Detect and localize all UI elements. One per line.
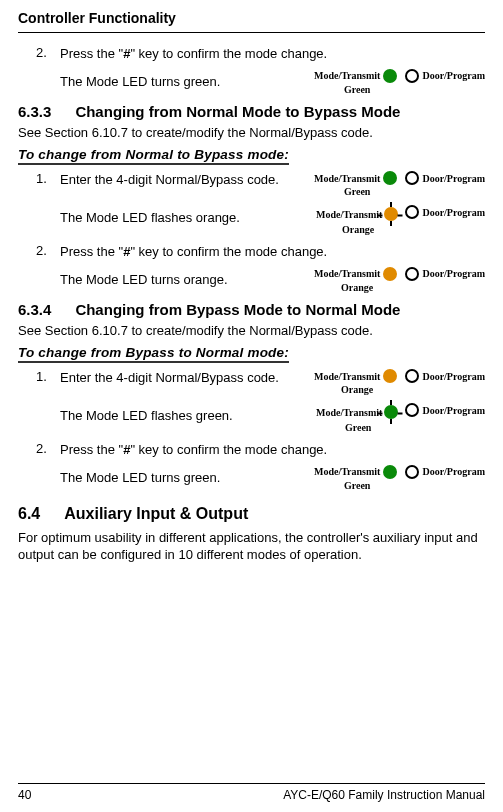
section-number: 6.3.3 — [18, 103, 51, 120]
section-number: 6.3.4 — [18, 301, 51, 318]
mode-transmit-label: Mode/Transmit — [316, 407, 382, 418]
step-2-row: 2. Press the "#" key to confirm the mode… — [18, 441, 485, 459]
section-title: Changing from Normal Mode to Bypass Mode — [75, 103, 400, 120]
led-diagram: Mode/Transmit Orange Door/Program — [285, 205, 485, 235]
led-green-icon — [383, 465, 397, 479]
section-title: Changing from Bypass Mode to Normal Mode — [75, 301, 400, 318]
color-green: Green — [345, 422, 371, 433]
page-number: 40 — [18, 788, 31, 802]
led-turns-green-row: The Mode LED turns green. Mode/Transmit … — [18, 69, 485, 95]
led-text: The Mode LED turns green. — [60, 465, 285, 487]
step2-text-a: Press the " — [60, 46, 123, 61]
led-flashes-orange-row: The Mode LED flashes orange. Mode/Transm… — [18, 205, 485, 235]
step-number: 1. — [36, 171, 60, 186]
led-orange-icon — [383, 369, 397, 383]
manual-title: AYC-E/Q60 Family Instruction Manual — [283, 788, 485, 802]
section-633-heading: 6.3.3 Changing from Normal Mode to Bypas… — [18, 103, 485, 120]
led-hollow-icon — [405, 267, 419, 281]
led-green-icon — [383, 69, 397, 83]
step-2-row: 2. Press the "#" key to confirm the mode… — [18, 243, 485, 261]
led-turns-orange-row: The Mode LED turns orange. Mode/Transmit… — [18, 267, 485, 293]
step2-text-b: " key to confirm the mode change. — [130, 46, 327, 61]
led-diagram: Mode/Transmit Orange Door/Program — [285, 267, 485, 293]
step-1-n2b: 1. Enter the 4-digit Normal/Bypass code.… — [18, 171, 485, 197]
led-flash-green-icon — [382, 403, 400, 421]
step-text: Enter the 4-digit Normal/Bypass code. — [60, 171, 285, 189]
section-number: 6.4 — [18, 505, 40, 523]
door-program-label: Door/Program — [422, 268, 485, 279]
led-diagram: Mode/Transmit Green Door/Program — [285, 171, 485, 197]
door-program-label: Door/Program — [422, 173, 485, 184]
door-program-label: Door/Program — [422, 207, 485, 218]
step-text: Press the "#" key to confirm the mode ch… — [60, 441, 485, 459]
mode-transmit-label: Mode/Transmit — [314, 466, 380, 477]
led-diagram: Mode/Transmit Green Door/Program — [285, 465, 485, 491]
step2-text-a: Press the " — [60, 442, 123, 457]
section-634-heading: 6.3.4 Changing from Bypass Mode to Norma… — [18, 301, 485, 318]
led-hollow-icon — [405, 205, 419, 219]
color-green: Green — [344, 186, 370, 197]
door-program-label: Door/Program — [422, 405, 485, 416]
see-reference: See Section 6.10.7 to create/modify the … — [18, 124, 485, 142]
procedure-title-b2n: To change from Bypass to Normal mode: — [18, 345, 485, 363]
led-text: The Mode LED flashes orange. — [60, 205, 285, 227]
led-flashes-green-row: The Mode LED flashes green. Mode/Transmi… — [18, 403, 485, 433]
section-title: Auxiliary Input & Output — [64, 505, 248, 523]
led-diagram: Mode/Transmit Green Door/Program — [285, 69, 485, 95]
step2-text-b: " key to confirm the mode change. — [130, 244, 327, 259]
led-hollow-icon — [405, 171, 419, 185]
led-green-icon — [383, 171, 397, 185]
led-orange-icon — [383, 267, 397, 281]
mode-transmit-label: Mode/Transmit — [314, 173, 380, 184]
color-orange: Orange — [341, 384, 373, 395]
led-hollow-icon — [405, 403, 419, 417]
mode-transmit-label: Mode/Transmit — [314, 70, 380, 81]
page-footer: 40 AYC-E/Q60 Family Instruction Manual — [18, 783, 485, 802]
step-text: Press the "#" key to confirm the mode ch… — [60, 243, 485, 261]
step-number: 2. — [36, 243, 60, 258]
procedure-title-n2b: To change from Normal to Bypass mode: — [18, 147, 485, 165]
mode-transmit-label: Mode/Transmit — [316, 209, 382, 220]
led-hollow-icon — [405, 465, 419, 479]
procedure-title-text: To change from Bypass to Normal mode: — [18, 345, 289, 363]
door-program-label: Door/Program — [422, 70, 485, 81]
color-orange: Orange — [342, 224, 374, 235]
page-header: Controller Functionality — [18, 10, 485, 26]
step-text: Press the "#" key to confirm the mode ch… — [60, 45, 485, 63]
step2-text-b: " key to confirm the mode change. — [130, 442, 327, 457]
step-number: 2. — [36, 441, 60, 456]
led-hollow-icon — [405, 369, 419, 383]
led-text: The Mode LED turns green. — [60, 69, 285, 91]
aux-para: For optimum usability in different appli… — [18, 529, 485, 564]
mode-transmit-label: Mode/Transmit — [314, 268, 380, 279]
led-turns-green-row-2: The Mode LED turns green. Mode/Transmit … — [18, 465, 485, 491]
procedure-title-text: To change from Normal to Bypass mode: — [18, 147, 289, 165]
step-number: 1. — [36, 369, 60, 384]
color-green: Green — [344, 480, 370, 491]
header-rule — [18, 32, 485, 33]
door-program-label: Door/Program — [422, 371, 485, 382]
step-number: 2. — [36, 45, 60, 60]
section-64-heading: 6.4 Auxiliary Input & Output — [18, 505, 485, 523]
step-1-b2n: 1. Enter the 4-digit Normal/Bypass code.… — [18, 369, 485, 395]
led-diagram: Mode/Transmit Orange Door/Program — [285, 369, 485, 395]
door-program-label: Door/Program — [422, 466, 485, 477]
mode-transmit-label: Mode/Transmit — [314, 371, 380, 382]
led-diagram: Mode/Transmit Green Door/Program — [285, 403, 485, 433]
step2-text-a: Press the " — [60, 244, 123, 259]
led-hollow-icon — [405, 69, 419, 83]
color-orange: Orange — [341, 282, 373, 293]
color-green: Green — [344, 84, 370, 95]
led-text: The Mode LED turns orange. — [60, 267, 285, 289]
step-2-row: 2. Press the "#" key to confirm the mode… — [18, 45, 485, 63]
see-reference: See Section 6.10.7 to create/modify the … — [18, 322, 485, 340]
led-text: The Mode LED flashes green. — [60, 403, 285, 425]
step-text: Enter the 4-digit Normal/Bypass code. — [60, 369, 285, 387]
led-flash-orange-icon — [382, 205, 400, 223]
